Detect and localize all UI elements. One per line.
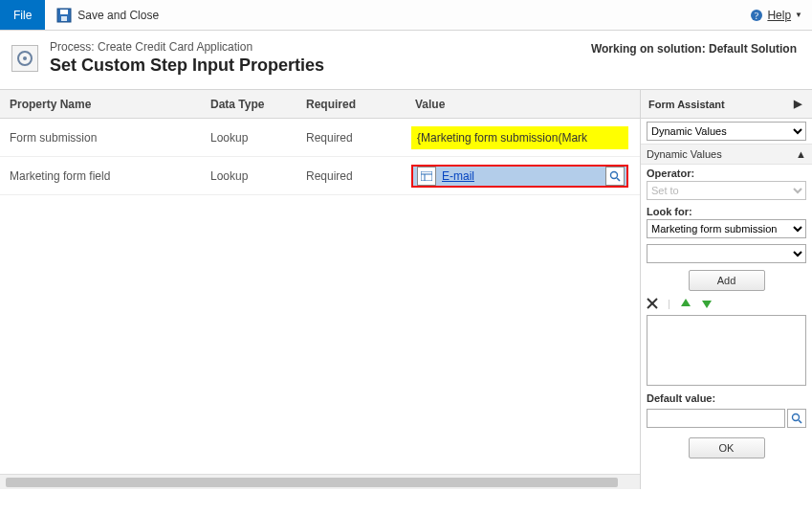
move-up-icon[interactable] xyxy=(680,298,691,309)
add-button[interactable]: Add xyxy=(689,270,765,291)
help-menu[interactable]: ? Help ▼ xyxy=(740,9,812,22)
record-icon xyxy=(417,167,436,186)
grid-row[interactable]: Marketing form field Lookup Required E-m… xyxy=(0,157,640,195)
chevron-down-icon: ▼ xyxy=(795,11,802,19)
section-label: Dynamic Values xyxy=(647,148,722,160)
svg-point-6 xyxy=(23,56,27,60)
grid-header-row: Property Name Data Type Required Value xyxy=(0,90,640,119)
lookup-search-button[interactable] xyxy=(605,167,625,186)
lookfor-entity-select[interactable]: Marketing form submission xyxy=(647,219,806,238)
cell-required: Required xyxy=(306,131,411,145)
cell-name: Marketing form field xyxy=(0,169,210,183)
svg-point-10 xyxy=(611,171,618,178)
process-prefix: Process: xyxy=(50,40,98,54)
grid-row[interactable]: Form submission Lookup Required {Marketi… xyxy=(0,119,640,157)
page-title: Set Custom Step Input Properties xyxy=(50,56,324,76)
assistant-mode-select[interactable]: Dynamic Values xyxy=(647,122,806,141)
horizontal-scrollbar[interactable] xyxy=(0,474,640,489)
default-lookup-button[interactable] xyxy=(787,409,806,428)
help-icon: ? xyxy=(750,9,763,22)
svg-rect-2 xyxy=(61,16,67,21)
col-header-type[interactable]: Data Type xyxy=(210,98,306,111)
scrollbar-thumb[interactable] xyxy=(6,478,618,487)
add-label: Add xyxy=(717,275,736,286)
process-name: Create Credit Card Application xyxy=(98,40,252,54)
col-header-value[interactable]: Value xyxy=(411,98,640,111)
lookfor-attribute-select[interactable] xyxy=(647,244,806,263)
save-close-label: Save and Close xyxy=(77,9,159,22)
svg-point-16 xyxy=(793,414,800,421)
cell-name: Form submission xyxy=(0,131,210,145)
dynamic-values-section-header[interactable]: Dynamic Values ▲ xyxy=(641,144,812,165)
save-and-close-button[interactable]: Save and Close xyxy=(45,0,170,30)
default-value-input[interactable] xyxy=(647,409,785,428)
default-value-label: Default value: xyxy=(647,392,806,404)
cell-required: Required xyxy=(306,169,411,183)
cell-type: Lookup xyxy=(210,131,306,145)
svg-marker-15 xyxy=(702,301,712,308)
file-label: File xyxy=(13,9,32,22)
svg-line-11 xyxy=(617,178,620,181)
col-header-name[interactable]: Property Name xyxy=(0,98,210,111)
top-toolbar: File Save and Close ? Help ▼ xyxy=(0,0,812,31)
col-header-required[interactable]: Required xyxy=(306,98,411,111)
ok-label: OK xyxy=(719,442,735,454)
process-icon xyxy=(11,45,38,72)
svg-rect-1 xyxy=(60,10,68,14)
solution-label: Working on solution: Default Solution xyxy=(591,40,797,56)
help-label: Help xyxy=(767,9,791,22)
operator-select: Set to xyxy=(647,181,806,200)
page-header: Process: Create Credit Card Application … xyxy=(0,31,812,89)
svg-line-17 xyxy=(799,420,801,423)
cell-type: Lookup xyxy=(210,169,306,183)
form-assistant-title: Form Assistant xyxy=(648,99,725,110)
svg-rect-7 xyxy=(421,171,432,181)
form-assistant-header[interactable]: Form Assistant ▶ xyxy=(641,90,812,119)
lookfor-label: Look for: xyxy=(647,206,806,217)
lookup-value-text[interactable]: E-mail xyxy=(440,169,604,183)
svg-marker-14 xyxy=(681,299,691,306)
file-menu-button[interactable]: File xyxy=(0,0,45,30)
form-assistant-panel: Form Assistant ▶ Dynamic Values Dynamic … xyxy=(640,90,812,489)
move-down-icon[interactable] xyxy=(701,298,713,309)
operator-label: Operator: xyxy=(647,168,806,179)
svg-text:?: ? xyxy=(755,11,759,21)
ok-button[interactable]: OK xyxy=(689,437,765,458)
chevron-up-icon: ▲ xyxy=(796,148,806,160)
chevron-right-icon: ▶ xyxy=(791,98,804,110)
delete-icon[interactable] xyxy=(647,298,658,309)
dynamic-value-slug[interactable]: {Marketing form submission(Mark xyxy=(411,126,628,149)
properties-grid: Property Name Data Type Required Value F… xyxy=(0,90,640,489)
dynamic-values-list[interactable] xyxy=(647,315,806,386)
lookup-value-field[interactable]: E-mail xyxy=(411,165,628,188)
save-icon xyxy=(56,8,72,23)
